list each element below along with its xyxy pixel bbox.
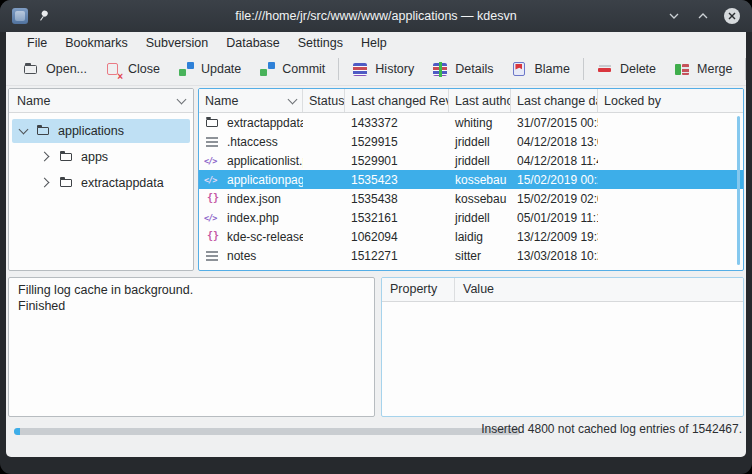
expand-chevron-icon[interactable]	[41, 177, 53, 189]
file-name-label: applicationlist.php	[227, 154, 303, 168]
delete-icon	[597, 61, 614, 78]
toolbar-button-label: Commit	[282, 62, 325, 76]
tree-item-label: extractappdata	[81, 176, 164, 190]
toolbar-button-close[interactable]: Close	[96, 56, 169, 82]
text-file-icon	[205, 134, 221, 150]
window-title: file:///home/jr/src/www/www/applications…	[235, 9, 516, 23]
column-header-label: Name	[205, 94, 238, 108]
menu-item-file[interactable]: File	[18, 34, 56, 52]
close-button[interactable]	[724, 8, 740, 24]
property-column-header-property[interactable]: Property	[382, 278, 455, 301]
tree-body: applicationsappsextractappdata	[9, 113, 193, 195]
tree-item-extractappdata[interactable]: extractappdata	[12, 171, 190, 195]
file-list-panel: NameStatusLast changed RevisionLast auth…	[198, 88, 744, 271]
collapse-chevron-icon[interactable]	[18, 125, 30, 137]
folder-icon	[36, 123, 52, 139]
toolbar-separator	[583, 58, 584, 80]
file-author-cell: whiting	[449, 116, 511, 130]
file-revision-cell: 1529901	[345, 154, 449, 168]
file-date-cell: 15/02/2019 02:01	[511, 192, 598, 206]
menu-item-settings[interactable]: Settings	[289, 34, 352, 52]
toolbar-button-delete[interactable]: Delete	[588, 56, 665, 82]
log-line: Finished	[18, 298, 365, 314]
progress-bar	[14, 428, 520, 435]
tree-item-apps[interactable]: apps	[12, 145, 190, 169]
pin-icon[interactable]	[34, 7, 52, 25]
menu-item-help[interactable]: Help	[352, 34, 396, 52]
menu-item-bookmarks[interactable]: Bookmarks	[56, 34, 137, 52]
json-file-icon	[205, 191, 221, 207]
folder-icon	[59, 149, 75, 165]
property-column-header-value[interactable]: Value	[455, 278, 502, 301]
file-author-cell: jriddell	[449, 135, 511, 149]
toolbar-button-open[interactable]: Open...	[14, 56, 96, 82]
column-header-status[interactable]: Status	[303, 89, 345, 112]
toolbar-button-details[interactable]: Details	[423, 56, 502, 82]
file-row-htaccess[interactable]: .htaccess1529915jriddell04/12/2018 13:01	[199, 132, 743, 151]
file-row-applicationpage-php[interactable]: applicationpage.php1535423kossebau15/02/…	[199, 170, 743, 189]
file-name-label: index.json	[227, 192, 281, 206]
close-icon	[724, 8, 740, 24]
window-controls	[666, 8, 740, 24]
file-name-cell: notes	[199, 248, 303, 264]
properties-header: PropertyValue	[382, 278, 743, 302]
file-row-index-json[interactable]: index.json1535438kossebau15/02/2019 02:0…	[199, 189, 743, 208]
file-row-kde-sc-releases-json[interactable]: kde-sc-releases.json1062094laidig13/12/2…	[199, 227, 743, 246]
toolbar-button-commit[interactable]: Commit	[250, 56, 334, 82]
php-file-icon	[205, 210, 221, 226]
file-name-label: kde-sc-releases.json	[227, 230, 303, 244]
toolbar-button-label: Merge	[697, 62, 732, 76]
properties-panel: PropertyValue	[381, 277, 744, 417]
toolbar-button-update[interactable]: Update	[169, 56, 250, 82]
file-row-applicationlist-php[interactable]: applicationlist.php1529901jriddell04/12/…	[199, 151, 743, 170]
file-name-label: .htaccess	[227, 135, 278, 149]
file-name-label: index.php	[227, 211, 279, 225]
vertical-scrollbar[interactable]	[737, 116, 740, 265]
toolbar-button-label: Blame	[534, 62, 569, 76]
minimize-button[interactable]	[666, 8, 682, 24]
blame-icon	[511, 61, 528, 78]
file-revision-cell: 1433372	[345, 116, 449, 130]
file-author-cell: kossebau	[449, 173, 511, 187]
file-name-cell: kde-sc-releases.json	[199, 229, 303, 245]
tree-header-label: Name	[17, 94, 50, 108]
expand-chevron-icon[interactable]	[41, 151, 53, 163]
column-header-last-change-date[interactable]: Last change date	[511, 89, 598, 112]
column-header-last-changed-revision[interactable]: Last changed Revision	[345, 89, 449, 112]
file-name-cell: applicationlist.php	[199, 153, 303, 169]
php-file-icon	[205, 172, 221, 188]
toolbar-button-history[interactable]: History	[343, 56, 423, 82]
file-date-cell: 31/07/2015 00:59	[511, 116, 598, 130]
file-author-cell: sitter	[449, 249, 511, 263]
tree-header[interactable]: Name	[9, 89, 193, 113]
toolbar-button-merge[interactable]: Merge	[665, 56, 741, 82]
log-panel: Filling log cache in background.Finished	[8, 277, 375, 417]
titlebar[interactable]: file:///home/jr/src/www/www/applications…	[0, 0, 752, 32]
sort-chevron-icon	[177, 94, 187, 104]
column-header-locked-by[interactable]: Locked by	[598, 89, 743, 112]
status-message: Inserted 4800 not cached log entries of …	[481, 422, 742, 436]
close-document-icon	[105, 61, 122, 78]
column-header-last-author[interactable]: Last author	[449, 89, 511, 112]
column-header-label: Status	[309, 94, 344, 108]
file-date-cell: 05/01/2019 11:11	[511, 211, 598, 225]
column-header-label: Last change date	[517, 94, 598, 108]
php-file-icon	[205, 153, 221, 169]
file-author-cell: jriddell	[449, 211, 511, 225]
file-row-index-php[interactable]: index.php1532161jriddell05/01/2019 11:11	[199, 208, 743, 227]
column-header-label: Last author	[455, 94, 511, 108]
file-row-extractappdata[interactable]: extractappdata1433372whiting31/07/2015 0…	[199, 113, 743, 132]
toolbar-button-blame[interactable]: Blame	[502, 56, 578, 82]
file-row-notes[interactable]: notes1512271sitter13/03/2018 10:26	[199, 246, 743, 265]
menu-item-database[interactable]: Database	[217, 34, 289, 52]
maximize-button[interactable]	[695, 8, 711, 24]
folder-tree-panel: Name applicationsappsextractappdata	[8, 88, 194, 271]
tree-item-applications[interactable]: applications	[12, 119, 190, 143]
column-header-name[interactable]: Name	[199, 89, 303, 112]
menu-item-subversion[interactable]: Subversion	[137, 34, 218, 52]
folder-open-icon	[23, 61, 40, 78]
file-revision-cell: 1512271	[345, 249, 449, 263]
file-date-cell: 04/12/2018 11:47	[511, 154, 598, 168]
toolbar-button-label: Update	[201, 62, 241, 76]
history-icon	[352, 61, 369, 78]
